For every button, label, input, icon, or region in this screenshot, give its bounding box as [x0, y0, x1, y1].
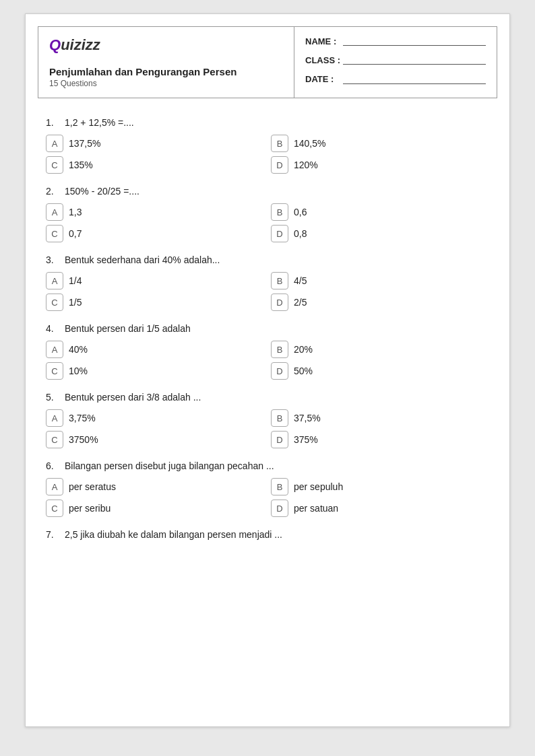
- question-body: Bentuk sederhana dari 40% adalah...: [65, 254, 220, 265]
- question-body: 2,5 jika diubah ke dalam bilangan persen…: [65, 529, 282, 540]
- options-grid: Aper seratusBper sepuluhCper seribuDper …: [46, 478, 489, 517]
- option[interactable]: C10%: [46, 362, 264, 380]
- header-right: NAME : CLASS : DATE :: [294, 27, 497, 98]
- class-line: [343, 55, 486, 65]
- option-letter: D: [271, 156, 288, 174]
- option-letter: B: [271, 341, 288, 358]
- option-letter: A: [46, 478, 63, 495]
- question-text: 5.Bentuk persen dari 3/8 adalah ...: [46, 392, 489, 403]
- options-grid: A3,75%B37,5%C3750%D375%: [46, 409, 489, 448]
- date-label: DATE :: [305, 74, 343, 84]
- question-num: 6.: [46, 460, 65, 471]
- question-block: 1.1,2 + 12,5% =....A137,5%B140,5%C135%D1…: [46, 117, 489, 174]
- option-letter: C: [46, 500, 63, 517]
- question-num: 5.: [46, 392, 65, 403]
- option[interactable]: B20%: [271, 341, 489, 358]
- option-letter: C: [46, 431, 63, 448]
- option[interactable]: C135%: [46, 156, 264, 174]
- question-block: 6.Bilangan persen disebut juga bilangan …: [46, 460, 489, 517]
- question-block: 4.Bentuk persen dari 1/5 adalahA40%B20%C…: [46, 323, 489, 380]
- question-num: 4.: [46, 323, 65, 334]
- question-num: 3.: [46, 254, 65, 265]
- option-letter: A: [46, 272, 63, 289]
- option-text: 135%: [69, 160, 93, 170]
- question-text: 4.Bentuk persen dari 1/5 adalah: [46, 323, 489, 334]
- question-body: Bentuk persen dari 1/5 adalah: [65, 323, 191, 334]
- option-letter: C: [46, 294, 63, 311]
- option-text: 37,5%: [294, 413, 321, 423]
- date-line: [343, 75, 486, 84]
- options-grid: A137,5%B140,5%C135%D120%: [46, 135, 489, 174]
- header: Quizizz Penjumlahan dan Pengurangan Pers…: [38, 26, 497, 98]
- option-text: 20%: [294, 344, 313, 355]
- option[interactable]: D50%: [271, 362, 489, 380]
- option[interactable]: B4/5: [271, 272, 489, 289]
- option-letter: B: [271, 272, 288, 289]
- option-text: 3,75%: [69, 413, 96, 423]
- option-letter: D: [271, 500, 288, 517]
- options-grid: A40%B20%C10%D50%: [46, 341, 489, 380]
- option[interactable]: C3750%: [46, 431, 264, 448]
- option[interactable]: B37,5%: [271, 409, 489, 427]
- class-field-row: CLASS :: [305, 55, 486, 65]
- option[interactable]: A137,5%: [46, 135, 264, 152]
- option-text: per sepuluh: [294, 481, 343, 492]
- logo: Quizizz: [49, 36, 283, 54]
- question-text: 6.Bilangan persen disebut juga bilangan …: [46, 460, 489, 471]
- option-text: per seribu: [69, 503, 111, 514]
- question-body: Bentuk persen dari 3/8 adalah ...: [65, 392, 201, 403]
- option[interactable]: Cper seribu: [46, 500, 264, 517]
- option[interactable]: B0,6: [271, 203, 489, 221]
- option[interactable]: B140,5%: [271, 135, 489, 152]
- option-text: 1,3: [69, 207, 82, 217]
- question-text: 7.2,5 jika diubah ke dalam bilangan pers…: [46, 529, 489, 540]
- name-line: [343, 36, 486, 46]
- question-num: 2.: [46, 186, 65, 197]
- option-letter: B: [271, 409, 288, 427]
- header-left: Quizizz Penjumlahan dan Pengurangan Pers…: [38, 27, 294, 98]
- question-body: 150% - 20/25 =....: [65, 186, 139, 197]
- option[interactable]: C0,7: [46, 225, 264, 242]
- question-text: 2.150% - 20/25 =....: [46, 186, 489, 197]
- option-text: 375%: [294, 434, 318, 445]
- option-text: 50%: [294, 366, 313, 376]
- option-letter: B: [271, 203, 288, 221]
- option-letter: D: [271, 431, 288, 448]
- option-text: 1/5: [69, 297, 82, 308]
- option[interactable]: D120%: [271, 156, 489, 174]
- option-text: 0,6: [294, 207, 307, 217]
- quiz-title: Penjumlahan dan Pengurangan Persen: [49, 66, 283, 77]
- logo-q: Q: [49, 36, 61, 54]
- question-num: 7.: [46, 529, 65, 540]
- option-text: 0,8: [294, 228, 307, 239]
- name-label: NAME :: [305, 36, 343, 46]
- option-letter: C: [46, 225, 63, 242]
- option[interactable]: D375%: [271, 431, 489, 448]
- option-letter: A: [46, 341, 63, 358]
- question-block: 3.Bentuk sederhana dari 40% adalah...A1/…: [46, 254, 489, 311]
- option-text: per satuan: [294, 503, 338, 514]
- question-text: 1.1,2 + 12,5% =....: [46, 117, 489, 128]
- options-grid: A1/4B4/5C1/5D2/5: [46, 272, 489, 311]
- option[interactable]: D2/5: [271, 294, 489, 311]
- option-text: 10%: [69, 366, 88, 376]
- name-field-row: NAME :: [305, 36, 486, 46]
- question-block: 5.Bentuk persen dari 3/8 adalah ...A3,75…: [46, 392, 489, 448]
- option[interactable]: Dper satuan: [271, 500, 489, 517]
- option-text: 1/4: [69, 275, 82, 286]
- question-body: Bilangan persen disebut juga bilangan pe…: [65, 460, 274, 471]
- option-text: 0,7: [69, 228, 82, 239]
- option[interactable]: D0,8: [271, 225, 489, 242]
- option-letter: D: [271, 294, 288, 311]
- option-text: 137,5%: [69, 138, 100, 149]
- option[interactable]: Aper seratus: [46, 478, 264, 495]
- date-field-row: DATE :: [305, 74, 486, 84]
- option[interactable]: A40%: [46, 341, 264, 358]
- option[interactable]: C1/5: [46, 294, 264, 311]
- option[interactable]: A3,75%: [46, 409, 264, 427]
- option[interactable]: Bper sepuluh: [271, 478, 489, 495]
- option[interactable]: A1,3: [46, 203, 264, 221]
- option[interactable]: A1/4: [46, 272, 264, 289]
- quiz-subtitle: 15 Questions: [49, 79, 283, 88]
- question-text: 3.Bentuk sederhana dari 40% adalah...: [46, 254, 489, 265]
